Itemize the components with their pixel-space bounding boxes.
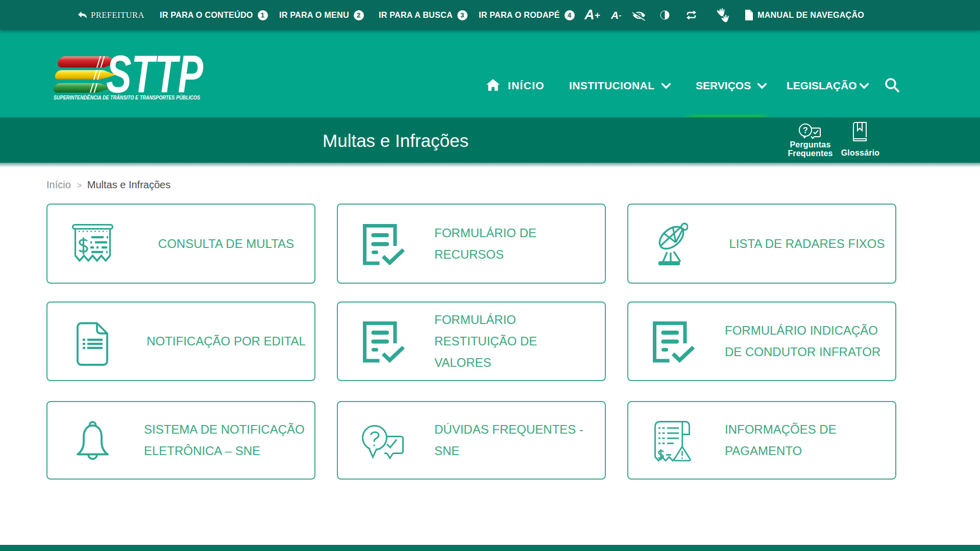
svg-text:?: ? [803,126,808,135]
svg-text:SUPERINTENDÊNCIA DE TRÂNSITO E: SUPERINTENDÊNCIA DE TRÂNSITO E TRANSPORT… [54,94,201,101]
